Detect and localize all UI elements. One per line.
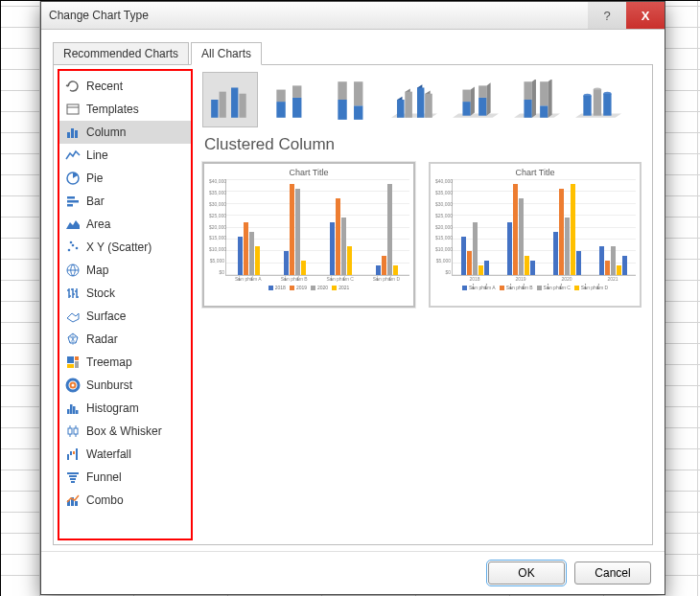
chart-category-list: RecentTemplatesColumnLinePieBarAreaX Y (…: [58, 69, 193, 540]
category-templates[interactable]: Templates: [59, 98, 191, 121]
boxwhisker-icon: [65, 424, 81, 439]
category-sunburst[interactable]: Sunburst: [59, 374, 191, 397]
svg-rect-61: [583, 96, 591, 116]
category-surface[interactable]: Surface: [59, 305, 191, 328]
category-histogram[interactable]: Histogram: [59, 397, 191, 420]
svg-rect-7: [67, 204, 73, 207]
category-funnel[interactable]: Funnel: [59, 466, 191, 489]
chart-preview-2[interactable]: Chart Title$40,000$35,000$30,000$25,000$…: [429, 162, 642, 308]
subtype-title: Clustered Column: [204, 135, 646, 154]
category-bar[interactable]: Bar: [59, 190, 191, 213]
subtype-stacked-2d[interactable]: [264, 72, 319, 127]
svg-rect-65: [603, 94, 611, 116]
svg-rect-35: [75, 501, 78, 506]
close-button[interactable]: X: [626, 2, 665, 29]
svg-rect-54: [478, 98, 486, 116]
category-label: Column: [86, 126, 126, 139]
cancel-button[interactable]: Cancel: [574, 562, 651, 585]
svg-rect-29: [67, 472, 79, 474]
change-chart-type-dialog: Change Chart Type ? X Recommended Charts…: [40, 1, 665, 595]
category-waterfall[interactable]: Waterfall: [59, 443, 191, 466]
category-recent[interactable]: Recent: [59, 75, 191, 98]
svg-rect-30: [69, 475, 77, 477]
map-icon: [65, 263, 81, 278]
category-label: X Y (Scatter): [86, 241, 152, 254]
svg-rect-46: [354, 105, 362, 120]
svg-rect-5: [67, 196, 75, 199]
svg-rect-56: [524, 100, 531, 118]
svg-rect-57: [524, 81, 531, 100]
svg-rect-49: [406, 92, 412, 118]
category-area[interactable]: Area: [59, 213, 191, 236]
svg-rect-25: [67, 454, 69, 460]
subtype-stacked-3d[interactable]: [448, 72, 503, 127]
ok-button[interactable]: OK: [488, 562, 565, 585]
category-label: Stock: [86, 287, 115, 300]
category-stock[interactable]: Stock: [59, 282, 191, 305]
preview-title: Chart Title: [208, 168, 409, 177]
svg-rect-63: [594, 90, 601, 116]
xy-icon: [65, 240, 81, 255]
column-icon: [65, 125, 81, 140]
tab-recommended-charts[interactable]: Recommended Charts: [53, 42, 189, 65]
subtype-stacked100-3d[interactable]: [509, 72, 565, 127]
svg-rect-32: [71, 481, 75, 483]
svg-rect-22: [76, 410, 79, 414]
svg-rect-44: [338, 100, 346, 120]
column-subtype-row: [202, 72, 646, 127]
subtype-column-3d[interactable]: [571, 72, 626, 127]
svg-point-11: [70, 241, 73, 244]
dialog-titlebar[interactable]: Change Chart Type ? X: [41, 2, 665, 30]
svg-rect-36: [211, 100, 218, 118]
subtype-clustered-2d[interactable]: [202, 72, 258, 127]
svg-rect-21: [73, 406, 76, 414]
category-label: Templates: [86, 103, 139, 116]
bar-icon: [65, 194, 81, 209]
svg-rect-14: [75, 356, 79, 360]
svg-rect-0: [67, 104, 79, 114]
category-label: Area: [86, 218, 110, 231]
category-label: Waterfall: [86, 447, 131, 461]
subtype-stacked100-2d[interactable]: [325, 72, 381, 127]
svg-rect-1: [67, 132, 70, 138]
svg-point-18: [71, 383, 76, 388]
category-label: Funnel: [86, 470, 122, 484]
svg-rect-19: [67, 409, 70, 414]
category-label: Pie: [86, 172, 103, 185]
chart-preview-1[interactable]: Chart Title$40,000$35,000$30,000$25,000$…: [202, 162, 415, 308]
category-label: Surface: [86, 309, 126, 323]
svg-rect-15: [75, 361, 79, 368]
category-radar[interactable]: Radar: [59, 328, 191, 351]
category-label: Combo: [86, 493, 124, 507]
category-label: Treemap: [86, 355, 132, 369]
category-label: Box & Whisker: [86, 424, 162, 438]
category-boxwhisker[interactable]: Box & Whisker: [59, 420, 191, 443]
radar-icon: [65, 332, 81, 347]
svg-rect-51: [425, 94, 432, 118]
category-combo[interactable]: Combo: [59, 489, 191, 512]
category-line[interactable]: Line: [59, 144, 191, 167]
category-pie[interactable]: Pie: [59, 167, 191, 190]
svg-rect-38: [231, 87, 238, 117]
category-column[interactable]: Column: [59, 121, 191, 144]
svg-rect-6: [67, 200, 79, 203]
svg-rect-20: [70, 404, 73, 414]
svg-rect-16: [67, 364, 74, 368]
category-treemap[interactable]: Treemap: [59, 351, 191, 374]
category-xy[interactable]: X Y (Scatter): [59, 236, 191, 259]
category-label: Line: [86, 149, 108, 162]
line-icon: [65, 148, 81, 163]
svg-rect-13: [67, 356, 74, 363]
tab-all-charts[interactable]: All Charts: [191, 42, 262, 65]
category-label: Recent: [86, 80, 123, 93]
svg-rect-28: [76, 448, 78, 460]
subtype-clustered-3d[interactable]: [386, 72, 442, 127]
combo-icon: [65, 493, 81, 508]
waterfall-icon: [65, 447, 81, 462]
surface-icon: [65, 309, 81, 324]
svg-rect-31: [70, 478, 76, 480]
category-map[interactable]: Map: [59, 259, 191, 282]
svg-rect-2: [71, 128, 74, 138]
help-button[interactable]: ?: [588, 2, 626, 29]
category-label: Radar: [86, 332, 118, 346]
